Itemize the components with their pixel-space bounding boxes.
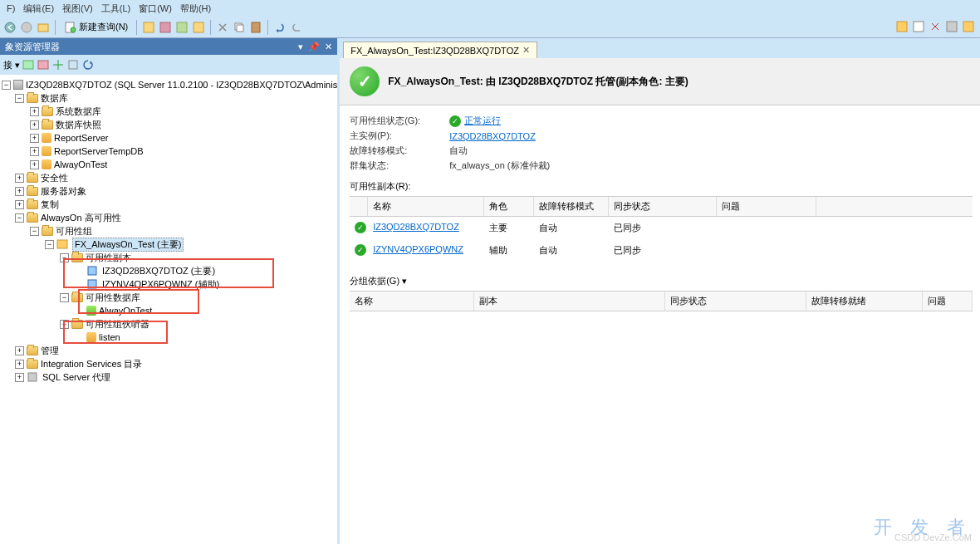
gcol-name[interactable]: 名称 — [350, 292, 474, 311]
r-icon-4[interactable] — [945, 20, 958, 33]
col-role[interactable]: 角色 — [484, 197, 534, 216]
back-icon[interactable] — [3, 21, 17, 34]
node-agdb[interactable]: 可用性数据库 — [86, 292, 140, 304]
new-query-button[interactable]: 新建查询(N) — [61, 19, 131, 36]
object-tree[interactable]: −IZ3QD28BXQ7DTOZ (SQL Server 11.0.2100 -… — [0, 75, 337, 544]
svg-rect-18 — [69, 61, 77, 69]
tab-close-icon[interactable]: ✕ — [522, 45, 530, 56]
node-listener[interactable]: listen — [99, 332, 120, 342]
node-sysdb[interactable]: 系统数据库 — [56, 105, 101, 118]
row-role: 主要 — [484, 220, 534, 236]
node-agdb-item[interactable]: AlwayOnTest — [99, 306, 152, 316]
paste-icon[interactable] — [249, 21, 262, 34]
open-icon[interactable] — [37, 21, 50, 34]
col-failover[interactable]: 故障转移模式 — [534, 197, 609, 216]
toggle[interactable]: + — [30, 147, 39, 156]
col-sync[interactable]: 同步状态 — [609, 197, 717, 216]
tb-icon-3[interactable] — [175, 21, 189, 34]
grid-row[interactable]: ✓ IZ3QD28BXQ7DTOZ 主要 自动 已同步 — [350, 217, 973, 239]
node-replicas[interactable]: 可用性副本 — [86, 252, 131, 264]
panel-pin2-icon[interactable]: 📌 — [308, 42, 320, 52]
toggle[interactable]: + — [15, 174, 24, 183]
node-replica2[interactable]: IZYNV4QPX6PQWNZ (辅助) — [102, 278, 219, 291]
menu-file[interactable]: F) — [3, 2, 18, 15]
toggle[interactable]: + — [15, 187, 24, 196]
connect-dropdown[interactable]: 接 ▾ — [3, 59, 20, 71]
ok-icon: ✓ — [355, 222, 366, 233]
menu-view[interactable]: 视图(V) — [59, 1, 96, 17]
group-by-dropdown[interactable]: 分组依据(G) ▾ — [350, 275, 973, 287]
svg-rect-5 — [144, 22, 154, 32]
toggle[interactable]: − — [15, 94, 24, 103]
col-issue[interactable]: 问题 — [717, 197, 816, 216]
gcol-sync[interactable]: 同步状态 — [665, 292, 806, 311]
node-snapshot[interactable]: 数据库快照 — [56, 119, 101, 131]
toggle[interactable]: + — [15, 200, 24, 209]
toggle[interactable]: − — [60, 293, 69, 302]
menu-edit[interactable]: 编辑(E) — [20, 1, 57, 17]
col-name[interactable]: 名称 — [368, 197, 484, 216]
active-tab[interactable]: FX_AlwaysOn_Test:IZ3QD28BXQ7DTOZ ✕ — [343, 42, 537, 58]
pt-icon-4[interactable] — [66, 58, 80, 71]
value-primary[interactable]: IZ3QD28BXQ7DTOZ — [449, 131, 536, 141]
row-name[interactable]: IZ3QD28BXQ7DTOZ — [373, 222, 459, 232]
toggle[interactable]: + — [15, 346, 24, 355]
tb-icon-2[interactable] — [159, 21, 172, 34]
redo-icon[interactable] — [290, 21, 303, 34]
node-replication[interactable]: 复制 — [41, 198, 59, 211]
node-serverobj[interactable]: 服务器对象 — [41, 185, 86, 198]
pt-icon-1[interactable] — [22, 58, 35, 71]
node-ag[interactable]: 可用性组 — [56, 225, 92, 238]
value-ag-state[interactable]: 正常运行 — [464, 115, 501, 127]
node-reporttemp[interactable]: ReportServerTempDB — [54, 146, 144, 156]
menu-tools[interactable]: 工具(L) — [98, 1, 134, 17]
gcol-replica[interactable]: 副本 — [474, 292, 665, 311]
node-reportserver[interactable]: ReportServer — [54, 133, 108, 143]
toggle[interactable]: − — [2, 81, 11, 90]
node-databases[interactable]: 数据库 — [41, 92, 68, 105]
node-alwayson[interactable]: AlwaysOn 高可用性 — [41, 212, 121, 224]
r-icon-3[interactable] — [929, 20, 942, 33]
toggle[interactable]: + — [30, 134, 39, 143]
toggle[interactable]: − — [60, 253, 69, 262]
undo-icon[interactable] — [273, 21, 287, 34]
toggle[interactable]: − — [45, 240, 54, 249]
panel-close-icon[interactable]: ✕ — [325, 42, 332, 52]
menu-window[interactable]: 窗口(W) — [135, 1, 175, 17]
toggle[interactable]: + — [30, 160, 39, 169]
menu-bar: F) 编辑(E) 视图(V) 工具(L) 窗口(W) 帮助(H) — [0, 0, 980, 17]
pt-icon-2[interactable] — [37, 58, 50, 71]
toggle[interactable]: + — [15, 373, 24, 382]
pt-refresh-icon[interactable] — [81, 58, 95, 71]
forward-icon[interactable] — [20, 21, 33, 34]
row-name[interactable]: IZYNV4QPX6PQWNZ — [373, 244, 463, 254]
toggle[interactable]: + — [30, 120, 39, 130]
copy-icon[interactable] — [233, 21, 246, 34]
cut-icon[interactable] — [216, 21, 229, 34]
r-icon-1[interactable] — [895, 20, 909, 33]
tb-icon-4[interactable] — [192, 21, 205, 34]
node-agent[interactable]: SQL Server 代理 — [42, 371, 110, 384]
grid-row[interactable]: ✓ IZYNV4QPX6PQWNZ 辅助 自动 已同步 — [350, 239, 973, 262]
node-security[interactable]: 安全性 — [41, 172, 68, 184]
node-management[interactable]: 管理 — [41, 345, 59, 357]
toggle[interactable]: − — [60, 320, 69, 329]
toggle[interactable]: − — [30, 227, 39, 236]
tree-root[interactable]: IZ3QD28BXQ7DTOZ (SQL Server 11.0.2100 - … — [26, 80, 337, 90]
node-listeners[interactable]: 可用性组伙听器 — [86, 318, 149, 331]
r-icon-2[interactable] — [912, 20, 925, 33]
toggle[interactable]: + — [15, 360, 24, 369]
gcol-ready[interactable]: 故障转移就绪 — [806, 292, 923, 311]
panel-pin-icon[interactable]: ▾ — [298, 42, 303, 52]
menu-help[interactable]: 帮助(H) — [177, 1, 214, 17]
node-replica1[interactable]: IZ3QD28BXQ7DTOZ (主要) — [102, 265, 215, 277]
toggle[interactable]: − — [15, 213, 24, 223]
pt-icon-3[interactable] — [51, 58, 65, 71]
gcol-issue[interactable]: 问题 — [923, 292, 973, 311]
node-fxtest[interactable]: FX_AlwaysOn_Test (主要) — [72, 238, 184, 252]
node-alwayontest[interactable]: AlwayOnTest — [54, 159, 107, 169]
r-icon-5[interactable] — [962, 20, 975, 33]
tb-icon-1[interactable] — [142, 21, 155, 34]
toggle[interactable]: + — [30, 107, 39, 116]
node-integration[interactable]: Integration Services 目录 — [41, 358, 142, 370]
